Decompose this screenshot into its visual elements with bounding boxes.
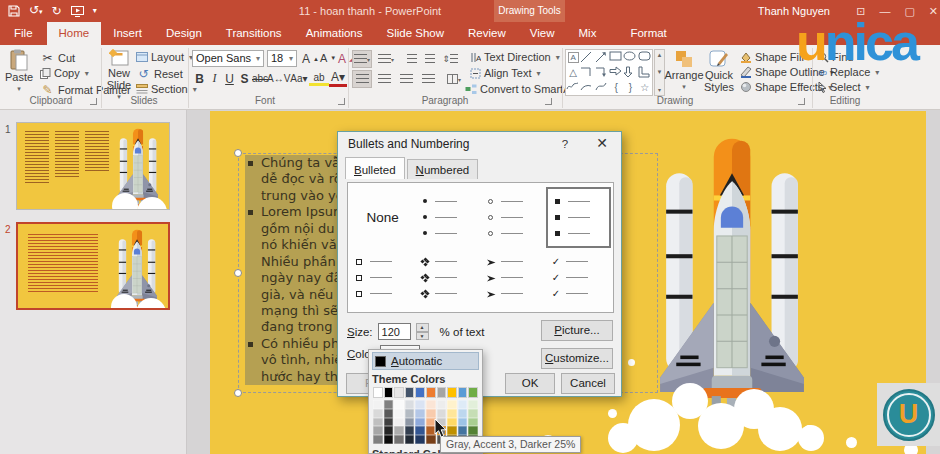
dialog-tab-bulleted[interactable]: Bulleted bbox=[345, 157, 405, 179]
align-text-button[interactable]: Align Text bbox=[470, 67, 541, 79]
automatic-color-option[interactable]: Automatic bbox=[372, 352, 479, 370]
theme-color-variant-swatch[interactable] bbox=[468, 426, 478, 435]
bullets-button[interactable]: ▾ bbox=[352, 50, 372, 68]
cut-button[interactable]: ✂Cut bbox=[40, 51, 75, 65]
shape-textbox-icon[interactable]: A bbox=[568, 52, 579, 63]
theme-color-swatch[interactable] bbox=[405, 387, 415, 398]
paste-button[interactable]: Paste▾ bbox=[4, 49, 34, 95]
theme-color-variant-swatch[interactable] bbox=[405, 426, 415, 435]
theme-color-variant-swatch[interactable] bbox=[384, 418, 394, 427]
theme-color-variant-swatch[interactable] bbox=[384, 400, 394, 409]
shape-rounded-rect-icon[interactable] bbox=[638, 51, 652, 64]
layout-button[interactable]: Layout bbox=[136, 51, 193, 63]
slide-text-line[interactable]: mạng thì sẽ bbox=[245, 303, 338, 319]
underline-button[interactable]: U bbox=[222, 72, 237, 86]
theme-color-variant-swatch[interactable] bbox=[415, 400, 425, 409]
quick-styles-button[interactable]: Quick Styles bbox=[702, 49, 736, 93]
font-dialog-launcher[interactable] bbox=[338, 98, 345, 105]
save-icon[interactable] bbox=[8, 5, 20, 17]
shape-curve-icon[interactable] bbox=[595, 81, 609, 94]
customize-qat-icon[interactable]: ▾ bbox=[93, 3, 97, 19]
line-spacing-button[interactable]: ⇕ bbox=[440, 50, 460, 68]
undo-icon[interactable]: ↺▾ bbox=[29, 2, 43, 20]
slide-text-line[interactable]: hước hay th bbox=[245, 369, 338, 385]
slide-text-line[interactable]: đang trong bbox=[245, 319, 338, 335]
tab-transitions[interactable]: Transitions bbox=[214, 22, 294, 45]
picture-button[interactable]: Picture... bbox=[541, 320, 613, 341]
tab-view[interactable]: View bbox=[518, 22, 567, 45]
shape-line-icon[interactable] bbox=[580, 51, 594, 64]
shape-triangle-icon[interactable]: △ bbox=[566, 66, 580, 79]
shape-arrow-right-icon[interactable] bbox=[609, 66, 623, 79]
shape-arrow-down-icon[interactable] bbox=[623, 66, 637, 79]
tab-insert[interactable]: Insert bbox=[101, 22, 154, 45]
theme-color-swatch[interactable] bbox=[426, 387, 436, 398]
increase-indent-button[interactable] bbox=[420, 50, 440, 68]
shape-brace-left-icon[interactable]: { bbox=[609, 81, 623, 94]
shape-arrow-icon[interactable] bbox=[595, 51, 609, 64]
theme-color-swatch[interactable] bbox=[384, 387, 394, 398]
reset-button[interactable]: ↺Reset bbox=[136, 67, 183, 81]
shape-corner-icon[interactable] bbox=[638, 66, 652, 79]
align-center-button[interactable] bbox=[374, 70, 394, 88]
theme-color-variant-swatch[interactable] bbox=[447, 426, 457, 435]
user-account[interactable]: Thanh Nguyen bbox=[758, 0, 830, 22]
tab-design[interactable]: Design bbox=[154, 22, 214, 45]
italic-button[interactable]: I bbox=[207, 71, 222, 86]
theme-color-variant-swatch[interactable] bbox=[468, 400, 478, 409]
shape-rectangle-icon[interactable] bbox=[609, 51, 623, 64]
close-icon[interactable]: ✕ bbox=[929, 5, 938, 18]
slide-text-line[interactable]: vô tình, nhiề bbox=[245, 352, 338, 368]
shape-star-icon[interactable]: ☆ bbox=[638, 81, 652, 94]
theme-color-variant-swatch[interactable] bbox=[394, 400, 404, 409]
align-left-button[interactable] bbox=[352, 70, 372, 88]
shape-elbow-arrow-icon[interactable] bbox=[595, 66, 609, 79]
slide-2-thumbnail[interactable] bbox=[16, 222, 170, 310]
tab-review[interactable]: Review bbox=[456, 22, 518, 45]
rocket-illustration[interactable] bbox=[656, 131, 808, 423]
bullet-option-check[interactable]: ✓✓✓ bbox=[546, 248, 611, 309]
selection-handle[interactable] bbox=[234, 269, 242, 277]
copy-button[interactable]: Copy bbox=[40, 67, 89, 79]
slide-text-line[interactable]: Chúng ta vẫ bbox=[245, 155, 338, 171]
theme-color-variant-swatch[interactable] bbox=[437, 409, 447, 418]
theme-color-swatch[interactable] bbox=[394, 387, 404, 398]
theme-color-variant-swatch[interactable] bbox=[373, 426, 383, 435]
bold-button[interactable]: B bbox=[192, 72, 207, 86]
dialog-close-button[interactable]: ✕ bbox=[587, 132, 617, 156]
theme-color-variant-swatch[interactable] bbox=[437, 400, 447, 409]
theme-color-variant-swatch[interactable] bbox=[384, 435, 394, 444]
columns-button[interactable]: ▾ bbox=[444, 70, 464, 88]
theme-color-variant-swatch[interactable] bbox=[426, 409, 436, 418]
shadow-button[interactable]: S bbox=[237, 72, 252, 86]
replace-button[interactable]: abReplace bbox=[818, 66, 879, 78]
shape-arc-icon[interactable] bbox=[580, 81, 594, 94]
size-input[interactable]: 120 bbox=[378, 323, 411, 340]
shape-brace-right-icon[interactable]: } bbox=[623, 81, 637, 94]
theme-color-variant-swatch[interactable] bbox=[373, 400, 383, 409]
bullet-option-circle[interactable] bbox=[481, 187, 546, 248]
bullet-option-diamonds[interactable] bbox=[415, 248, 480, 309]
tab-format[interactable]: Format bbox=[618, 22, 678, 45]
theme-color-variant-swatch[interactable] bbox=[405, 435, 415, 444]
minimize-icon[interactable]: — bbox=[879, 5, 890, 17]
justify-button[interactable] bbox=[418, 70, 438, 88]
theme-color-variant-swatch[interactable] bbox=[384, 426, 394, 435]
theme-color-variant-swatch[interactable] bbox=[458, 400, 468, 409]
tab-file[interactable]: File bbox=[0, 22, 47, 45]
theme-color-variant-swatch[interactable] bbox=[415, 418, 425, 427]
maximize-icon[interactable]: ▢ bbox=[904, 5, 914, 18]
theme-color-variant-swatch[interactable] bbox=[458, 409, 468, 418]
theme-color-variant-swatch[interactable] bbox=[405, 400, 415, 409]
arrange-button[interactable]: Arrange▾ bbox=[668, 49, 700, 93]
slide-text-line[interactable]: già, và nếu b bbox=[245, 287, 338, 303]
slide-text-line[interactable]: gồm nội du bbox=[245, 221, 338, 237]
slide-text-line[interactable]: Lorem Ipsum bbox=[245, 204, 338, 220]
theme-color-variant-swatch[interactable] bbox=[394, 409, 404, 418]
slide-text-line[interactable]: ngày nay đã bbox=[245, 270, 338, 286]
theme-color-variant-swatch[interactable] bbox=[458, 418, 468, 427]
grow-font-button[interactable]: A▲ bbox=[302, 52, 319, 66]
theme-color-variant-swatch[interactable] bbox=[405, 418, 415, 427]
ok-button[interactable]: OK bbox=[505, 373, 555, 394]
theme-color-variant-swatch[interactable] bbox=[415, 435, 425, 444]
